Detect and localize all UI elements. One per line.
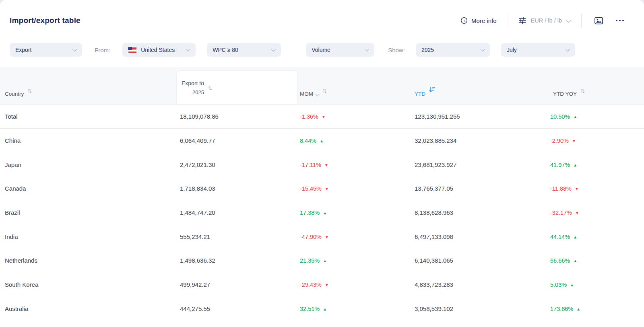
ytd-value-cell: 6,497,133.098: [415, 233, 550, 240]
year-dropdown[interactable]: 2025: [416, 43, 490, 57]
info-icon: [460, 17, 468, 24]
measure-dropdown[interactable]: Volume: [306, 43, 374, 57]
mom-header-label: MOM: [300, 91, 313, 97]
country-cell: Netherlands: [0, 257, 180, 264]
import-export-card: Import/export table More info: [0, 0, 644, 327]
trend-down-icon: ▼: [575, 187, 579, 191]
table-row: Canada 1,718,834.03 -15.45%▼ 13,765,377.…: [0, 177, 644, 201]
ytd-value-cell: 6,140,381.065: [415, 257, 550, 264]
column-header-mom[interactable]: MOM ↑↓: [300, 91, 415, 104]
table-body: Total 18,109,078.86 -1.36%▼ 123,130,951.…: [0, 105, 644, 321]
ytd-yoy-cell: -11.88%▼: [550, 185, 644, 192]
table-row: India 555,234.21 -47.90%▼ 6,497,133.098 …: [0, 224, 644, 249]
mom-cell: 32.51%▲: [300, 305, 415, 312]
country-cell: Brazil: [0, 209, 180, 216]
country-cell: China: [0, 137, 180, 144]
trend-down-icon: ▼: [322, 115, 326, 119]
month-value: July: [507, 47, 517, 53]
country-cell: India: [0, 233, 180, 240]
trend-down-icon: ▼: [324, 163, 328, 167]
sort-arrows-icon: ↑↓: [580, 87, 584, 93]
trend-up-icon: ▲: [323, 307, 327, 311]
product-dropdown[interactable]: WPC ≥ 80: [207, 43, 281, 57]
export-value-cell: 499,942.27: [180, 281, 300, 288]
product-value: WPC ≥ 80: [213, 47, 238, 53]
month-dropdown[interactable]: July: [501, 43, 575, 57]
export-to-header-label: Export to: [182, 80, 204, 86]
country-cell: Japan: [0, 161, 180, 168]
topbar-actions: More info EUR / lb / lb: [460, 14, 624, 27]
mom-cell: 17.38%▲: [300, 209, 415, 216]
chevron-down-icon: [566, 17, 572, 23]
flow-type-dropdown[interactable]: Export: [10, 43, 82, 57]
ytd-yoy-cell: 66.66%▲: [550, 257, 644, 264]
year-value: 2025: [421, 47, 434, 53]
ytd-value-cell: 23,681,923.927: [415, 161, 550, 168]
more-info-button[interactable]: More info: [460, 17, 497, 24]
export-image-button[interactable]: [594, 17, 603, 25]
trend-down-icon: ▼: [575, 211, 579, 215]
ytd-value-cell: 3,058,539.102: [415, 305, 550, 312]
sort-arrows-icon: ↑↓: [208, 84, 211, 90]
country-cell: Canada: [0, 185, 180, 192]
sort-arrows-icon: ↑↓: [322, 87, 326, 93]
ytd-yoy-cell: 44.14%▲: [550, 233, 644, 240]
column-header-country[interactable]: Country ↑↓: [0, 91, 180, 104]
export-to-year-label: 2025: [192, 89, 204, 95]
chevron-down-icon: [271, 47, 276, 51]
topbar: Import/export table More info: [0, 0, 644, 27]
chevron-down-icon: [186, 47, 190, 51]
export-value-cell: 1,718,834.03: [180, 185, 300, 192]
from-country-dropdown[interactable]: United States: [122, 43, 196, 57]
column-header-export-to[interactable]: Export to 2025 ↑↓: [176, 70, 298, 104]
page-title: Import/export table: [10, 16, 80, 25]
mom-cell: -15.45%▼: [300, 185, 415, 192]
from-label: From:: [95, 47, 110, 53]
chevron-down-icon: [566, 47, 570, 51]
trend-down-icon: ▼: [572, 139, 576, 143]
ytd-yoy-cell: 173.86%▲: [550, 305, 644, 312]
export-value-cell: 1,484,747.20: [180, 209, 300, 216]
chevron-down-icon: [72, 47, 77, 51]
from-country-value: United States: [141, 47, 175, 53]
ytd-yoy-cell: 10.50%▲: [550, 113, 644, 120]
trend-up-icon: ▲: [323, 211, 327, 215]
mom-cell: -17.11%▼: [300, 161, 415, 168]
ytd-yoy-cell: -32.17%▼: [550, 209, 644, 216]
divider: [292, 43, 292, 56]
sort-arrows-icon: ↑↓: [27, 87, 31, 93]
mom-cell: 8.44%▲: [300, 137, 415, 144]
unit-selector[interactable]: EUR / lb / lb: [519, 17, 570, 24]
ytd-value-cell: 32,023,885.234: [415, 137, 550, 144]
column-header-ytd-yoy[interactable]: YTD YOY ↑↓: [550, 91, 644, 104]
mom-cell: -1.36%▼: [300, 113, 415, 120]
measure-value: Volume: [312, 47, 330, 53]
trend-down-icon: ▼: [325, 187, 329, 191]
mom-cell: -47.90%▼: [300, 233, 415, 240]
export-value-cell: 444,275.55: [180, 305, 300, 312]
trend-up-icon: ▲: [570, 283, 574, 287]
ytd-yoy-cell: -2.90%▼: [550, 137, 644, 144]
export-value-cell: 18,109,078.86: [180, 113, 300, 120]
trend-down-icon: ▼: [325, 283, 329, 287]
trend-up-icon: ▲: [576, 307, 580, 311]
chevron-down-icon: [365, 47, 369, 51]
ytd-yoy-cell: 41.97%▲: [550, 161, 644, 168]
column-header-ytd[interactable]: YTD: [415, 90, 550, 104]
ytd-yoy-header-label: YTD YOY: [553, 91, 577, 97]
trend-up-icon: ▲: [573, 115, 577, 119]
sort-descending-icon: [429, 86, 436, 93]
export-value-cell: 1,498,636.32: [180, 257, 300, 264]
trend-down-icon: ▼: [325, 235, 329, 239]
table-row: China 6,064,409.77 8.44%▲ 32,023,885.234…: [0, 129, 644, 153]
ytd-yoy-cell: 5.03%▲: [550, 281, 644, 288]
show-label: Show:: [388, 47, 405, 53]
mom-cell: 21.35%▲: [300, 257, 415, 264]
table-row: Netherlands 1,498,636.32 21.35%▲ 6,140,3…: [0, 249, 644, 273]
table-row: Total 18,109,078.86 -1.36%▼ 123,130,951.…: [0, 105, 644, 129]
country-cell: South Korea: [0, 281, 180, 288]
ytd-header-label: YTD: [415, 91, 425, 97]
more-options-button[interactable]: [616, 20, 624, 21]
country-cell: Australia: [0, 305, 180, 312]
trend-up-icon: ▲: [320, 139, 324, 143]
